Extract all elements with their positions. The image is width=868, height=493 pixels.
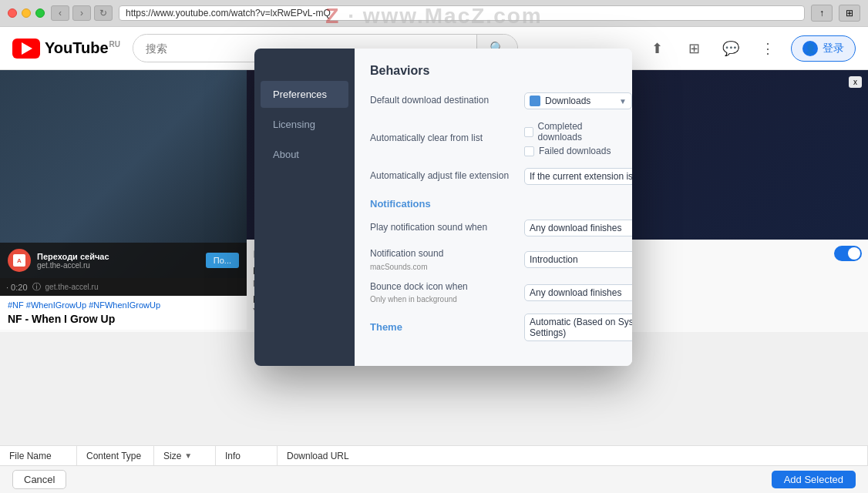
col-url[interactable]: Download URL <box>278 446 868 465</box>
sidebar-item-licensing[interactable]: Licensing <box>261 111 348 138</box>
url-text: https://www.youtube.com/watch?v=lxRwEPvL… <box>126 8 331 18</box>
completed-checkbox[interactable] <box>524 127 533 137</box>
maximize-button[interactable] <box>35 8 45 18</box>
setting-notification-sound: Notification sound macSounds.com Introdu… <box>370 248 617 272</box>
ad-button[interactable]: По... <box>206 253 239 268</box>
modal-main-panel: Behaviors Default download destination D… <box>355 49 632 366</box>
col-size-text: Size <box>163 451 181 461</box>
login-text: 登录 <box>823 42 844 55</box>
failed-checkbox[interactable] <box>524 146 534 156</box>
failed-label: Failed downloads <box>539 146 611 156</box>
logo-text: YouTube <box>45 39 109 56</box>
play-icon <box>22 42 32 55</box>
col-filename[interactable]: File Name <box>0 446 77 465</box>
video-info-icon: ⓘ <box>32 281 41 293</box>
messages-button[interactable]: 💬 <box>717 35 745 62</box>
hashtags: #NF #WhenIGrowUp #NFWhenIGrowUp <box>8 300 239 310</box>
notification-sound-dropdown[interactable]: Introduction ▼ <box>524 251 632 268</box>
col-filename-text: File Name <box>9 451 52 461</box>
bounce-label-text: Bounce dock icon when <box>370 281 468 292</box>
video-controls: · 0:20 ⓘ get.the-accel.ru <box>0 278 247 296</box>
sidebar-item-preferences[interactable]: Preferences <box>261 81 348 108</box>
bounce-value: Any download finishes <box>530 287 621 298</box>
failed-checkbox-row: Failed downloads <box>524 146 617 156</box>
auto-clear-control: Completed downloads Failed downloads <box>524 121 617 156</box>
theme-label: Theme <box>370 321 524 334</box>
ad-url: get.the-accel.ru <box>37 261 109 270</box>
notif-sound-source: macSounds.com <box>370 262 524 272</box>
setting-auto-clear: Automatically clear from list Completed … <box>370 121 617 156</box>
dest-value-container: Downloads <box>530 96 590 106</box>
checkbox-group: Completed downloads Failed downloads <box>524 121 617 156</box>
banner-badge: x <box>849 76 862 88</box>
notification-sound-value: Introduction <box>530 254 578 265</box>
setting-auto-adjust: Automatically adjust file extension If t… <box>370 166 617 187</box>
youtube-logo: YouTubeRU <box>12 39 120 59</box>
notification-sound-label: Notification sound macSounds.com <box>370 248 524 272</box>
video-thumbnail: A Переходи сейчас get.the-accel.ru По... <box>0 70 247 278</box>
bottom-table: File Name Content Type Size ▼ Info Downl… <box>0 445 868 465</box>
add-selected-button[interactable]: Add Selected <box>772 471 856 488</box>
back-button[interactable]: ‹ <box>51 5 69 21</box>
default-dest-dropdown[interactable]: Downloads ▼ <box>524 92 632 109</box>
sidebar-item-about[interactable]: About <box>261 141 348 168</box>
auto-adjust-value: If the current extension is... <box>530 171 632 182</box>
col-url-text: Download URL <box>287 451 349 461</box>
default-dest-control: Downloads ▼ <box>524 92 632 109</box>
col-content-type[interactable]: Content Type <box>77 446 154 465</box>
upload-button[interactable]: ⬆ <box>643 35 671 62</box>
more-button[interactable]: ⋮ <box>754 35 782 62</box>
play-sound-dropdown[interactable]: Any download finishes ▼ <box>524 220 632 236</box>
auto-adjust-label: Automatically adjust file extension <box>370 170 524 183</box>
youtube-logo-text: YouTubeRU <box>45 39 120 57</box>
bounce-label: Bounce dock icon when Only when in backg… <box>370 281 524 305</box>
video-title: NF - When I Grow Up <box>8 313 239 325</box>
setting-bounce: Bounce dock icon when Only when in backg… <box>370 281 617 305</box>
completed-label: Completed downloads <box>538 121 617 143</box>
title-bar: ‹ › ↻ https://www.youtube.com/watch?v=lx… <box>0 0 868 26</box>
ad-logo: A <box>8 249 31 272</box>
ad-overlay: A Переходи сейчас get.the-accel.ru По... <box>0 243 247 278</box>
close-button[interactable] <box>8 8 17 18</box>
refresh-button[interactable]: ↻ <box>94 5 113 21</box>
apps-button[interactable]: ⊞ <box>680 35 708 62</box>
forward-button[interactable]: › <box>72 5 91 21</box>
completed-checkbox-row: Completed downloads <box>524 121 617 143</box>
auto-adjust-control: If the current extension is... ▼ <box>524 168 632 185</box>
bounce-sublabel: Only when in background <box>370 294 524 304</box>
toolbar-actions: ⬆ ⊞ 💬 ⋮ 👤 登录 <box>643 35 856 62</box>
theme-dropdown[interactable]: Automatic (Based on System Settings) ▼ <box>524 314 632 341</box>
ad-content: Переходи сейчас get.the-accel.ru <box>37 252 109 270</box>
theme-value: Automatic (Based on System Settings) <box>530 317 632 338</box>
auto-adjust-dropdown[interactable]: If the current extension is... ▼ <box>524 168 632 185</box>
login-icon: 👤 <box>802 41 818 56</box>
col-info[interactable]: Info <box>216 446 278 465</box>
notification-sound-control: Introduction ▼ <box>524 251 632 268</box>
play-sound-label: Play notification sound when <box>370 222 524 234</box>
address-bar[interactable]: https://www.youtube.com/watch?v=lxRwEPvL… <box>119 5 805 21</box>
left-video-area: A Переходи сейчас get.the-accel.ru По...… <box>0 70 247 332</box>
setting-play-sound: Play notification sound when Any downloa… <box>370 217 617 239</box>
autoplay-toggle[interactable] <box>834 246 862 261</box>
col-info-text: Info <box>225 451 241 461</box>
modal-sidebar: Preferences Licensing About <box>254 49 355 366</box>
play-sound-control: Any download finishes ▼ <box>524 220 632 236</box>
col-content-type-text: Content Type <box>86 451 141 461</box>
col-size[interactable]: Size ▼ <box>154 446 216 465</box>
bounce-control: Any download finishes ▼ <box>524 284 632 301</box>
bounce-dropdown[interactable]: Any download finishes ▼ <box>524 284 632 301</box>
notif-sound-text: Notification sound <box>370 248 443 259</box>
section-notifications-title: Notifications <box>370 198 617 210</box>
folder-icon <box>530 96 540 106</box>
logo-ru: RU <box>109 40 120 49</box>
settings-modal: Preferences Licensing About Behaviors De… <box>254 49 632 366</box>
video-tags: #NF #WhenIGrowUp #NFWhenIGrowUp NF - Whe… <box>0 296 247 330</box>
setting-theme: Theme Automatic (Based on System Setting… <box>370 314 617 341</box>
extension-button-2[interactable]: ⊞ <box>839 5 860 22</box>
bottom-bar: Cancel Add Selected <box>0 465 868 493</box>
cancel-button[interactable]: Cancel <box>12 470 66 489</box>
minimize-button[interactable] <box>22 8 31 18</box>
extension-button-1[interactable]: ↑ <box>811 5 833 22</box>
default-dest-label: Default download destination <box>370 95 524 107</box>
login-button[interactable]: 👤 登录 <box>791 35 856 62</box>
